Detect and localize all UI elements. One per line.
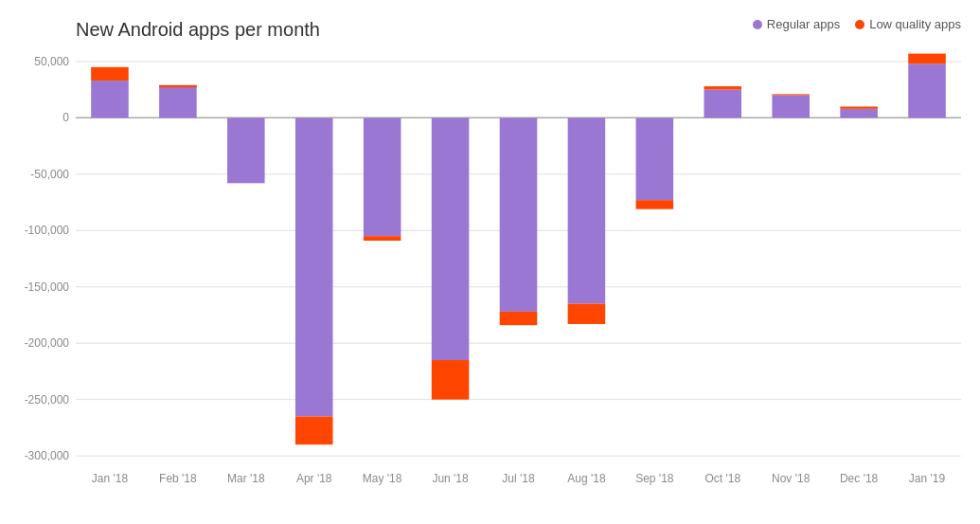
x-axis-label: Nov '18 bbox=[772, 472, 810, 485]
x-axis-label: Sep '18 bbox=[635, 472, 673, 485]
x-axis-label: Jul '18 bbox=[502, 472, 534, 485]
x-axis-label: Oct '18 bbox=[704, 472, 740, 485]
low-quality-bar bbox=[772, 94, 810, 95]
regular-bar bbox=[568, 117, 606, 303]
regular-label: Regular apps bbox=[767, 17, 840, 31]
low-quality-label: Low quality apps bbox=[869, 17, 961, 31]
chart-svg bbox=[76, 50, 961, 467]
regular-bar bbox=[432, 117, 470, 360]
y-axis-label: -250,000 bbox=[5, 393, 69, 407]
low-quality-bar bbox=[295, 416, 333, 444]
regular-bar bbox=[704, 90, 741, 118]
y-axis-label: 0 bbox=[5, 111, 69, 124]
legend: Regular apps Low quality apps bbox=[753, 17, 961, 31]
regular-bar bbox=[295, 117, 333, 416]
regular-bar bbox=[908, 63, 946, 117]
low-quality-bar bbox=[432, 360, 470, 400]
low-quality-bar bbox=[568, 304, 606, 324]
regular-bar bbox=[840, 109, 878, 118]
low-quality-bar bbox=[704, 86, 741, 90]
low-quality-bar bbox=[364, 236, 401, 241]
y-axis-label: -100,000 bbox=[5, 224, 69, 237]
x-axis-label: May '18 bbox=[363, 472, 402, 485]
regular-dot bbox=[753, 20, 762, 29]
x-axis-label: Dec '18 bbox=[840, 472, 878, 485]
x-axis-label: Apr '18 bbox=[296, 472, 332, 485]
legend-regular: Regular apps bbox=[753, 17, 840, 31]
chart-area: 50,0000-50,000-100,000-150,000-200,000-2… bbox=[76, 50, 961, 467]
low-quality-bar bbox=[636, 200, 674, 209]
regular-bar bbox=[227, 117, 265, 183]
x-axis-label: Jan '18 bbox=[92, 472, 128, 485]
regular-bar bbox=[91, 81, 129, 117]
x-axis-label: Jan '19 bbox=[909, 472, 945, 485]
low-quality-dot bbox=[855, 20, 864, 29]
x-axis-label: Aug '18 bbox=[567, 472, 605, 485]
regular-bar bbox=[159, 85, 197, 117]
low-quality-bar bbox=[500, 312, 538, 325]
y-axis-label: -150,000 bbox=[5, 280, 69, 294]
low-quality-bar bbox=[159, 85, 197, 87]
legend-low-quality: Low quality apps bbox=[855, 17, 961, 31]
regular-bar bbox=[772, 96, 810, 118]
low-quality-bar bbox=[908, 54, 946, 64]
regular-bar bbox=[500, 117, 538, 312]
x-axis-label: Feb '18 bbox=[159, 472, 197, 485]
regular-bar bbox=[364, 117, 401, 236]
y-axis-label: -200,000 bbox=[5, 336, 69, 350]
x-axis-label: Mar '18 bbox=[227, 472, 265, 485]
low-quality-bar bbox=[840, 106, 878, 108]
y-axis-label: -50,000 bbox=[5, 168, 69, 181]
regular-bar bbox=[636, 117, 674, 200]
y-axis-label: -300,000 bbox=[5, 449, 69, 462]
x-axis-label: Jun '18 bbox=[432, 472, 468, 485]
y-axis-label: 50,000 bbox=[5, 55, 69, 68]
low-quality-bar bbox=[91, 67, 129, 81]
chart-container: New Android apps per month Regular apps … bbox=[0, 0, 980, 524]
